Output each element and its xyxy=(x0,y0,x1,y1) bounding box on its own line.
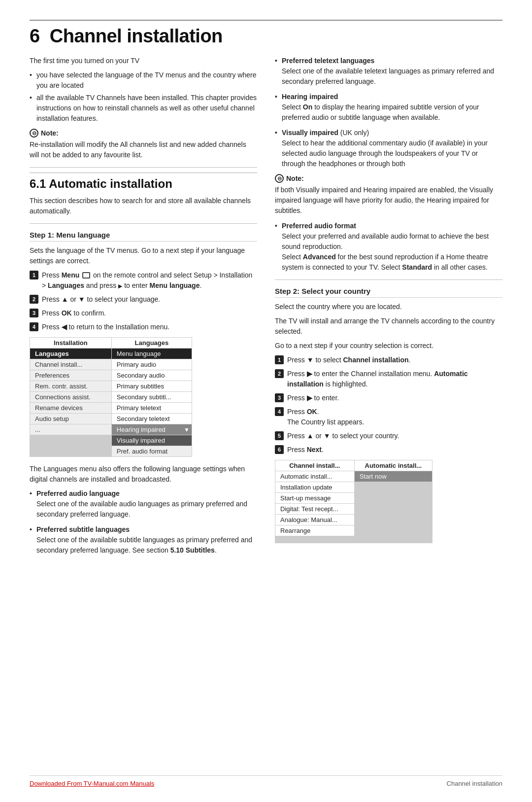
table-row: Installation update xyxy=(275,482,432,493)
table-cell: ... xyxy=(30,424,112,435)
table-cell: Audio setup xyxy=(30,414,112,424)
footer-link[interactable]: Downloaded From TV-Manual.com Manuals xyxy=(30,780,154,787)
step1-step2-text: Press ▲ or ▼ to select your language. xyxy=(42,294,160,305)
step1-step2: 2 Press ▲ or ▼ to select your language. xyxy=(30,294,257,305)
pref-audio-format-text2: Select Advanced for the best sound repro… xyxy=(282,253,488,271)
table-row: Audio setup Secondary teletext xyxy=(30,414,192,424)
table-cell: Primary audio xyxy=(111,359,192,370)
pref-teletext-title: Preferred teletext languages xyxy=(282,57,374,65)
table-cell-hearing-impaired: Hearing impaired ▼ xyxy=(111,424,192,435)
note-text-1: Re-installation will modify the All chan… xyxy=(30,139,257,160)
table-cell-empty xyxy=(354,540,432,543)
step1-heading: Step 1: Menu language xyxy=(30,231,257,242)
table-cell-empty xyxy=(354,482,432,493)
step2-num-4: 4 xyxy=(275,407,284,416)
intro-bullets: you have selected the language of the TV… xyxy=(30,70,257,124)
page: 6 Channel installation The first time yo… xyxy=(0,0,532,802)
channel-table-body: Automatic install... Start now Installat… xyxy=(275,471,432,543)
step2-intro3: Go to a next step if your country select… xyxy=(275,341,502,351)
table-cell: Rem. contr. assist. xyxy=(30,381,112,392)
hearing-impaired-block: Hearing impaired Select On to display th… xyxy=(275,92,502,123)
table-cell: Channel install... xyxy=(30,359,112,370)
installation-languages-table: Installation Languages Languages Menu la… xyxy=(30,337,192,457)
pref-subtitle-languages-title: Preferred subtitle languages xyxy=(36,525,130,533)
table-cell: Languages xyxy=(30,349,112,359)
pref-audio-language-text: Select one of the available audio langua… xyxy=(36,500,247,518)
step2-step2: 2 Press ▶ to enter the Channel installat… xyxy=(275,369,502,389)
table-body: Languages Menu language Channel install.… xyxy=(30,349,192,457)
table-row xyxy=(275,540,432,543)
table-cell: Rearrange xyxy=(275,525,355,536)
step2-intro1: Select the country where you are located… xyxy=(275,302,502,312)
pref-subtitle-languages-block: Preferred subtitle languages Select one … xyxy=(30,524,257,556)
visually-impaired-item: Visually impaired (UK only) Select to he… xyxy=(275,128,502,169)
table-row: Languages Menu language xyxy=(30,349,192,359)
step-num-1: 1 xyxy=(30,271,38,279)
table-cell: Analogue: Manual... xyxy=(275,515,355,525)
step1-step3: 3 Press OK to confirm. xyxy=(30,308,257,318)
step2-step4: 4 Press OK.The Country list appears. xyxy=(275,407,502,427)
note-box-1: ⊝ Note: Re-installation will modify the … xyxy=(30,129,257,160)
table-cell: Secondary teletext xyxy=(111,414,192,424)
step2-step2-text: Press ▶ to enter the Channel installatio… xyxy=(287,369,502,389)
step2-step1: 1 Press ▼ to select Channel installation… xyxy=(275,355,502,365)
channel-table-col2-header: Automatic install... xyxy=(354,460,432,471)
menu-icon xyxy=(82,272,90,279)
intro-bullet-2: all the available TV Channels have been … xyxy=(30,93,257,124)
footer: Downloaded From TV-Manual.com Manuals Ch… xyxy=(30,775,502,787)
step2-step5: 5 Press ▲ or ▼ to select your country. xyxy=(275,431,502,441)
table-cell-empty xyxy=(354,504,432,515)
hearing-impaired-title: Hearing impaired xyxy=(282,93,338,101)
visually-impaired-block: Visually impaired (UK only) Select to he… xyxy=(275,128,502,169)
table-row: Rename devices Primary teletext xyxy=(30,403,192,414)
step2-step6-text: Press Next. xyxy=(287,445,324,455)
languages-desc: The Languages menu also offers the follo… xyxy=(30,464,257,485)
right-column: Preferred teletext languages Select one … xyxy=(275,56,502,560)
visually-impaired-text: Select to hear the additional commentary… xyxy=(282,139,488,168)
step1-steps: 1 Press Menu on the remote control and s… xyxy=(30,270,257,332)
table-cell-empty xyxy=(354,525,432,536)
step1-desc: Sets the language of the TV menus. Go to… xyxy=(30,245,257,266)
table-row: Digital: Test recept... xyxy=(275,504,432,515)
table-row: Visually impaired xyxy=(30,435,192,446)
table-row xyxy=(275,536,432,540)
table-cell: Installation update xyxy=(275,482,355,493)
chapter-number: 6 xyxy=(30,26,40,46)
table-col2-header: Languages xyxy=(111,338,192,349)
table-row: Start-up message xyxy=(275,493,432,504)
pref-audio-language-item: Preferred audio language Select one of t… xyxy=(30,488,257,520)
table-cell: Menu language xyxy=(111,349,192,359)
step2-num-5: 5 xyxy=(275,431,284,440)
table-cell: Connections assist. xyxy=(30,392,112,403)
chapter-title-text: Channel installation xyxy=(50,26,223,46)
section-divider-1 xyxy=(30,167,257,168)
step1-step4: 4 Press ◀ to return to the Installation … xyxy=(30,322,257,332)
table-cell-start-now: Start now xyxy=(354,471,432,482)
intro-bullet-1: you have selected the language of the TV… xyxy=(30,70,257,91)
step2-intro2: The TV will install and arrange the TV c… xyxy=(275,316,502,337)
pref-audio-format-item: Preferred audio format Select your prefe… xyxy=(275,221,502,273)
step2-heading: Step 2: Select your country xyxy=(275,287,502,298)
note-icon-1: ⊝ xyxy=(30,129,38,138)
table-cell: Primary subtitles xyxy=(111,381,192,392)
table-cell-empty xyxy=(354,493,432,504)
step2-num-1: 1 xyxy=(275,355,284,364)
table-col1-header: Installation xyxy=(30,338,112,349)
table-cell-visually-impaired: Visually impaired xyxy=(111,435,192,446)
step2-num-3: 3 xyxy=(275,393,284,402)
left-column: The first time you turned on your TV you… xyxy=(30,56,257,560)
table-row: Rem. contr. assist. Primary subtitles xyxy=(30,381,192,392)
table-row: ... Hearing impaired ▼ xyxy=(30,424,192,435)
visually-impaired-title: Visually impaired xyxy=(282,129,338,137)
step2-step3: 3 Press ▶ to enter. xyxy=(275,393,502,403)
step2-num-2: 2 xyxy=(275,369,284,378)
table-row: Rearrange xyxy=(275,525,432,536)
table-cell: Digital: Test recept... xyxy=(275,504,355,515)
note-label-1: ⊝ Note: xyxy=(30,129,257,138)
step1-step4-text: Press ◀ to return to the Installation me… xyxy=(42,322,169,332)
visually-impaired-subtitle: (UK only) xyxy=(340,129,369,137)
channel-table-col1-header: Channel install... xyxy=(275,460,355,471)
table-cell-empty xyxy=(275,536,355,540)
step2-step3-text: Press ▶ to enter. xyxy=(287,393,339,403)
note-icon-2: ⊝ xyxy=(275,174,284,183)
